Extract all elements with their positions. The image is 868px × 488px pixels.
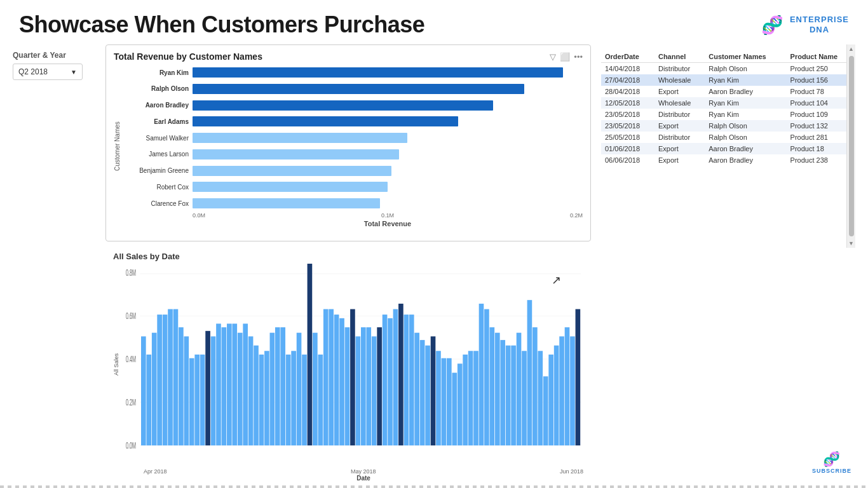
bar-row: Aaron Bradley bbox=[125, 98, 583, 112]
bar-name: Aaron Bradley bbox=[125, 102, 189, 109]
more-icon[interactable]: ••• bbox=[574, 52, 583, 62]
scrollbar[interactable]: ▲ ▼ bbox=[846, 44, 855, 248]
sales-bar bbox=[248, 336, 254, 445]
x-label-apr: Apr 2018 bbox=[144, 468, 167, 475]
table-cell-channel: Export bbox=[654, 120, 705, 132]
bar-fill bbox=[193, 84, 524, 94]
svg-text:0.4M: 0.4M bbox=[126, 354, 136, 363]
sales-bar bbox=[243, 323, 248, 445]
x-label-jun: Jun 2018 bbox=[560, 468, 583, 475]
scroll-down-icon[interactable]: ▼ bbox=[848, 240, 854, 247]
col-customer: Customer Names bbox=[705, 51, 786, 63]
sales-bar bbox=[194, 355, 200, 445]
subscribe-area[interactable]: 🧬 SUBSCRIBE bbox=[812, 451, 851, 474]
header: Showcase When Customers Purchase 🧬 ENTER… bbox=[0, 0, 868, 44]
page-title: Showcase When Customers Purchase bbox=[19, 11, 424, 38]
col-orderdate: OrderDate bbox=[601, 51, 654, 63]
sales-bar bbox=[297, 333, 302, 445]
table-cell-product: Product 132 bbox=[787, 120, 855, 132]
bar-fill bbox=[193, 198, 380, 208]
sales-bar bbox=[366, 327, 371, 445]
y-axis-label2: All Sales bbox=[113, 264, 126, 464]
sales-bar bbox=[232, 323, 237, 445]
sales-bar bbox=[173, 309, 179, 445]
sales-bar bbox=[238, 333, 243, 445]
bar-row: Clarence Fox bbox=[125, 196, 583, 210]
sales-bar bbox=[270, 333, 275, 445]
table-cell-date: 01/06/2018 bbox=[601, 143, 654, 154]
sales-bar bbox=[383, 315, 388, 445]
sales-bar bbox=[473, 351, 478, 445]
sales-bar bbox=[543, 376, 548, 445]
sales-bar bbox=[168, 309, 173, 445]
chart-title-row: Total Revenue by Customer Names ▽ ⬜ ••• bbox=[114, 51, 583, 62]
table-cell-customer: Ryan Kim bbox=[705, 97, 786, 109]
sales-by-date-chart: 0.8M 0.6M 0.4M 0.2M 0.0M bbox=[126, 264, 583, 464]
bar-name: Benjamin Greene bbox=[125, 167, 189, 174]
table-cell-customer: Ralph Olson bbox=[705, 132, 786, 143]
sales-bar bbox=[146, 355, 151, 445]
sales-bar bbox=[442, 358, 447, 445]
sales-bar bbox=[184, 336, 189, 445]
bar-fill bbox=[193, 116, 458, 126]
bar-row: Ralph Olson bbox=[125, 82, 583, 96]
bar-track bbox=[193, 100, 583, 111]
sales-bar bbox=[431, 336, 436, 445]
bar-track bbox=[193, 182, 583, 192]
bar-row: Earl Adams bbox=[125, 114, 583, 128]
bar-fill bbox=[193, 149, 399, 159]
expand-icon[interactable]: ⬜ bbox=[560, 52, 570, 62]
quarter-year-dropdown[interactable]: Q2 2018 ▼ bbox=[13, 64, 83, 80]
table-cell-date: 23/05/2018 bbox=[601, 120, 654, 132]
bar-chart-body: Ryan KimRalph OlsonAaron BradleyEarl Ada… bbox=[125, 65, 583, 227]
table-cell-channel: Distributor bbox=[654, 132, 705, 143]
sales-bar bbox=[339, 318, 344, 445]
sales-bar bbox=[495, 333, 500, 445]
x-axis-title: Total Revenue bbox=[193, 220, 583, 227]
table-cell-customer: Aaron Bradley bbox=[705, 143, 786, 154]
bar-track bbox=[193, 84, 583, 94]
logo-area: 🧬 ENTERPRISE DNA bbox=[761, 15, 849, 36]
table-scroll[interactable]: OrderDate Channel Customer Names Product… bbox=[601, 51, 855, 248]
sales-bar bbox=[398, 304, 403, 445]
table-row: 01/06/2018ExportAaron BradleyProduct 18 bbox=[601, 143, 855, 154]
scroll-thumb[interactable] bbox=[849, 56, 854, 236]
data-table: OrderDate Channel Customer Names Product… bbox=[601, 51, 855, 166]
table-cell-date: 28/04/2018 bbox=[601, 86, 654, 97]
sales-bar bbox=[259, 355, 264, 445]
sales-bar bbox=[361, 327, 366, 445]
table-cell-channel: Distributor bbox=[654, 109, 705, 120]
bar-rows: Ryan KimRalph OlsonAaron BradleyEarl Ada… bbox=[125, 65, 583, 210]
bar-fill bbox=[193, 67, 563, 78]
line-chart-title: All Sales by Date bbox=[113, 252, 583, 261]
table-cell-date: 14/04/2018 bbox=[601, 63, 654, 75]
sales-bar bbox=[372, 336, 377, 445]
sales-bar bbox=[511, 346, 516, 445]
table-row: 28/04/2018ExportAaron BradleyProduct 78 bbox=[601, 86, 855, 97]
bar-track bbox=[193, 198, 583, 208]
bar-chart-title: Total Revenue by Customer Names bbox=[114, 51, 262, 62]
bar-name: Earl Adams bbox=[125, 118, 189, 125]
scroll-up-icon[interactable]: ▲ bbox=[848, 46, 854, 52]
sales-bar bbox=[576, 309, 581, 445]
logo-text: ENTERPRISE DNA bbox=[790, 15, 849, 34]
sales-bar bbox=[377, 327, 382, 445]
sales-bar bbox=[425, 346, 430, 445]
table-cell-product: Product 156 bbox=[787, 74, 855, 86]
table-cell-customer: Aaron Bradley bbox=[705, 86, 786, 97]
filter-icon[interactable]: ▽ bbox=[550, 52, 556, 62]
bar-fill bbox=[193, 182, 388, 192]
table-cell-date: 06/06/2018 bbox=[601, 154, 654, 166]
svg-text:0.6M: 0.6M bbox=[126, 311, 136, 320]
sales-bar bbox=[318, 355, 323, 445]
bar-chart-container: Total Revenue by Customer Names ▽ ⬜ ••• … bbox=[105, 44, 591, 241]
bar-row: Robert Cox bbox=[125, 180, 583, 194]
table-cell-customer: Ryan Kim bbox=[705, 109, 786, 120]
x-axis-row: Apr 2018 May 2018 Jun 2018 bbox=[144, 468, 583, 475]
table-cell-customer: Ralph Olson bbox=[705, 63, 786, 75]
col-product: Product Name bbox=[787, 51, 855, 63]
table-row: 23/05/2018DistributorRyan KimProduct 109 bbox=[601, 109, 855, 120]
sales-bar bbox=[157, 315, 162, 445]
table-row: 27/04/2018WholesaleRyan KimProduct 156 bbox=[601, 74, 855, 86]
sales-bar bbox=[222, 327, 227, 445]
